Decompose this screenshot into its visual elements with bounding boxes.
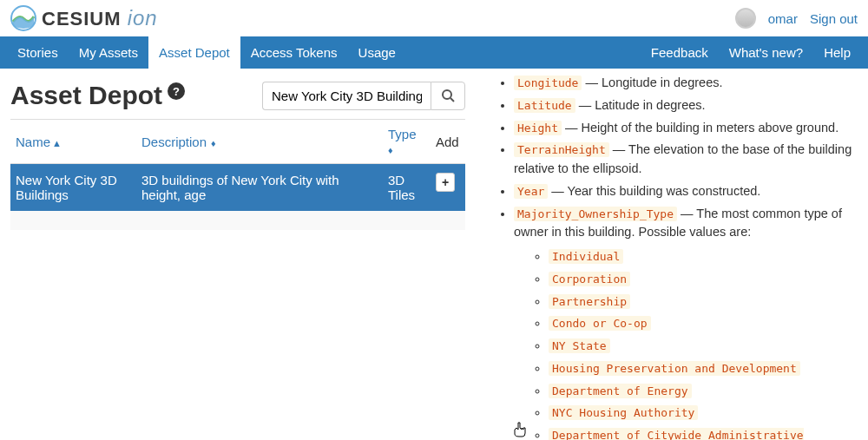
nav-item-usage[interactable]: Usage: [348, 36, 406, 69]
table-row[interactable]: New York City 3D Buildings3D buildings o…: [10, 164, 465, 212]
nav-item-stories[interactable]: Stories: [7, 36, 69, 69]
page-title: Asset Depot ?: [10, 81, 185, 110]
detail-pane[interactable]: Longitude — Longitude in degrees.Latitud…: [476, 69, 868, 440]
username-link[interactable]: omar: [768, 11, 798, 26]
ownership-value: Partnership: [549, 292, 852, 312]
header-right: omar Sign out: [735, 8, 858, 29]
ownership-value: Individual: [549, 247, 852, 266]
col-name[interactable]: Name▲: [10, 120, 136, 164]
search-icon: [441, 89, 455, 102]
property-item: Year — Year this building was constructe…: [514, 182, 852, 201]
ownership-value: Condo or Co-op: [549, 314, 852, 333]
property-item: TerrainHeight — The elevation to the bas…: [514, 141, 852, 179]
brand-primary: CESIUM: [42, 8, 122, 30]
property-item: Latitude — Latitude in degrees.: [514, 96, 852, 115]
svg-line-2: [450, 98, 454, 102]
ownership-value: Housing Preservation and Development: [549, 359, 852, 378]
avatar[interactable]: [735, 8, 756, 29]
sort-icon: ♦: [388, 145, 393, 155]
cesium-logo-icon: [10, 5, 36, 31]
property-item: Height — Height of the building in meter…: [514, 119, 852, 138]
property-key: Latitude: [514, 98, 575, 113]
brand-secondary: ion: [128, 6, 158, 30]
property-item: Majority_Ownership_Type — The most commo…: [514, 205, 852, 441]
cell-type: 3D Tiles: [383, 164, 431, 212]
col-type[interactable]: Type ♦: [383, 120, 431, 164]
add-asset-button[interactable]: +: [436, 173, 455, 192]
ownership-value: NYC Housing Authority: [549, 404, 852, 423]
property-key: Longitude: [514, 76, 582, 90]
logo[interactable]: CESIUM ion: [10, 5, 158, 31]
signout-link[interactable]: Sign out: [810, 11, 858, 26]
property-key: TerrainHeight: [514, 142, 609, 157]
property-item: Longitude — Longitude in degrees.: [514, 74, 852, 93]
col-add: Add: [431, 120, 465, 164]
ownership-value: Department of Energy: [549, 382, 852, 401]
cell-description: 3D buildings of New York City with heigh…: [136, 164, 383, 212]
ownership-values-list: IndividualCorporationPartnershipCondo or…: [514, 247, 852, 440]
nav-item-what-s-new-[interactable]: What's new?: [719, 36, 813, 69]
ownership-value: Department of Citywide Administrative Se…: [549, 426, 852, 440]
content-area: Asset Depot ? Name▲: [0, 69, 868, 440]
sort-icon: ♦: [208, 138, 216, 148]
app-header: CESIUM ion omar Sign out: [0, 0, 868, 36]
nav-item-asset-depot[interactable]: Asset Depot: [148, 36, 240, 69]
left-pane: Asset Depot ? Name▲: [0, 69, 476, 440]
property-list: Longitude — Longitude in degrees.Latitud…: [484, 74, 852, 440]
search-form: [262, 82, 465, 110]
sort-asc-icon: ▲: [52, 138, 62, 148]
cell-add: +: [431, 164, 465, 212]
search-button[interactable]: [431, 82, 465, 110]
navbar: StoriesMy AssetsAsset DepotAccess Tokens…: [0, 36, 868, 69]
ownership-value: Corporation: [549, 270, 852, 289]
property-key: Year: [514, 184, 548, 199]
nav-item-access-tokens[interactable]: Access Tokens: [240, 36, 348, 69]
cell-name: New York City 3D Buildings: [10, 164, 136, 212]
nav-item-my-assets[interactable]: My Assets: [69, 36, 148, 69]
help-icon[interactable]: ?: [168, 82, 185, 100]
svg-point-1: [443, 90, 451, 99]
col-description[interactable]: Description ♦: [136, 120, 383, 164]
assets-table: Name▲ Description ♦ Type ♦ Add New York …: [10, 119, 465, 230]
nav-item-feedback[interactable]: Feedback: [641, 36, 719, 69]
property-key: Majority_Ownership_Type: [514, 207, 677, 221]
property-key: Height: [514, 121, 562, 135]
ownership-value: NY State: [549, 337, 852, 356]
search-input[interactable]: [262, 82, 431, 110]
nav-item-help[interactable]: Help: [813, 36, 861, 69]
